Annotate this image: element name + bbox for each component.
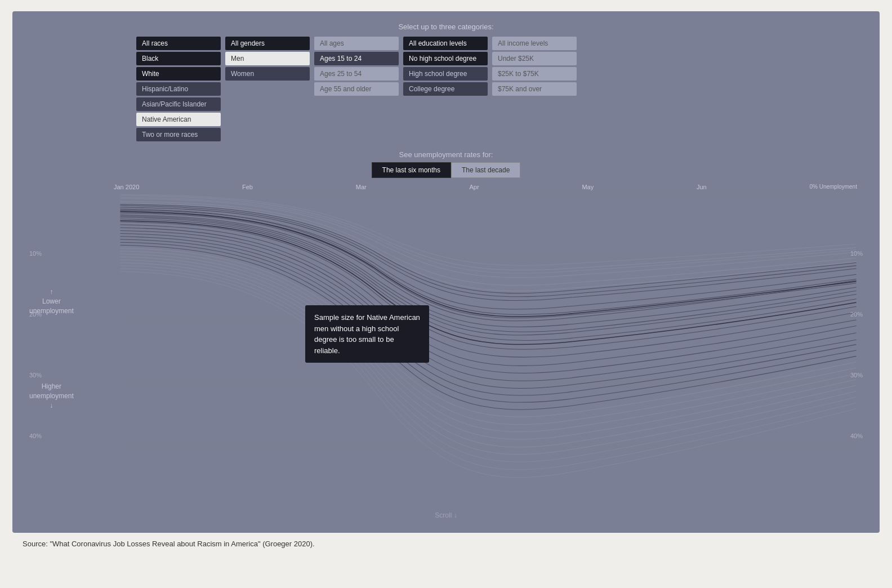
filter-age-55-older[interactable]: Age 55 and older	[314, 82, 399, 96]
chart-area: Jan 2020 Feb Mar Apr May Jun 0% Unemploy…	[24, 184, 868, 533]
main-chart-container: Select up to three categories: All races…	[12, 11, 880, 533]
svg-rect-0	[24, 193, 868, 508]
y-label-20-right: 20%	[850, 311, 863, 318]
lower-unemployment-label: Lowerunemployment	[29, 297, 74, 315]
filters-row: All races Black White Hispanic/Latino As…	[24, 37, 868, 141]
filter-col-age: All ages Ages 15 to 24 Ages 25 to 54 Age…	[314, 37, 399, 141]
filter-hs-degree[interactable]: High school degree	[403, 67, 488, 81]
filter-native-american[interactable]: Native American	[136, 113, 221, 126]
filter-col-gender: All genders Men Women	[225, 37, 310, 141]
filter-no-hs-degree[interactable]: No high school degree	[403, 52, 488, 65]
filter-all-races[interactable]: All races	[136, 37, 221, 50]
filter-college-degree[interactable]: College degree	[403, 82, 488, 96]
filter-ages-15-24[interactable]: Ages 15 to 24	[314, 52, 399, 65]
filter-asian[interactable]: Asian/Pacific Islander	[136, 97, 221, 111]
filter-hispanic[interactable]: Hispanic/Latino	[136, 82, 221, 96]
axis-desc-lower-unemployment: ↑ Lowerunemployment	[29, 287, 74, 315]
time-selector-label: See unemployment rates for:	[24, 150, 868, 159]
filter-all-ages[interactable]: All ages	[314, 37, 399, 50]
time-buttons: The last six months The last decade	[24, 162, 868, 178]
down-arrow: ↓	[50, 402, 53, 409]
source-text: Source: "What Coronavirus Job Losses Rev…	[11, 540, 881, 548]
filter-men[interactable]: Men	[225, 52, 310, 65]
x-label-feb: Feb	[242, 184, 253, 190]
filter-white[interactable]: White	[136, 67, 221, 81]
filter-women[interactable]: Women	[225, 67, 310, 81]
x-label-apr: Apr	[469, 184, 479, 190]
filter-all-genders[interactable]: All genders	[225, 37, 310, 50]
time-selector: See unemployment rates for: The last six…	[24, 150, 868, 178]
filter-ages-25-54[interactable]: Ages 25 to 54	[314, 67, 399, 81]
y-label-10-right: 10%	[850, 250, 863, 257]
x-label-may: May	[582, 184, 594, 190]
x-label-jan: Jan 2020	[114, 184, 139, 190]
filter-all-income[interactable]: All income levels	[492, 37, 577, 50]
btn-last-decade[interactable]: The last decade	[451, 162, 520, 178]
y-label-40-left: 40%	[29, 433, 42, 439]
filter-two-or-more[interactable]: Two or more races	[136, 128, 221, 141]
axis-desc-higher-unemployment: Higherunemployment ↓	[29, 382, 74, 410]
chart-svg	[24, 193, 868, 508]
tooltip: Sample size for Native American men with…	[305, 305, 429, 363]
zero-label: 0% Unemployment	[809, 184, 857, 190]
filter-75k-over[interactable]: $75K and over	[492, 82, 577, 96]
x-label-mar: Mar	[356, 184, 367, 190]
filter-25k-75k[interactable]: $25K to $75K	[492, 67, 577, 81]
x-label-jun: Jun	[697, 184, 707, 190]
select-title: Select up to three categories:	[24, 23, 868, 31]
scroll-indicator: Scroll ↓	[24, 508, 868, 523]
tooltip-text: Sample size for Native American men with…	[314, 313, 420, 355]
filter-col-income: All income levels Under $25K $25K to $75…	[492, 37, 577, 141]
y-label-30-left: 30%	[29, 372, 42, 378]
chart-svg-container: 10% 20% 30% 40% 10% 20% 30% 40% ↑ Loweru…	[24, 193, 868, 508]
x-axis: Jan 2020 Feb Mar Apr May Jun 0% Unemploy…	[24, 184, 868, 190]
btn-last-six-months[interactable]: The last six months	[372, 162, 451, 178]
filter-col-education: All education levels No high school degr…	[403, 37, 488, 141]
y-label-40-right: 40%	[850, 433, 863, 439]
y-label-10-left: 10%	[29, 250, 42, 257]
up-arrow: ↑	[50, 288, 53, 296]
filter-black[interactable]: Black	[136, 52, 221, 65]
higher-unemployment-label: Higherunemployment	[29, 382, 74, 400]
filter-under-25k[interactable]: Under $25K	[492, 52, 577, 65]
filter-all-education[interactable]: All education levels	[403, 37, 488, 50]
filter-col-race: All races Black White Hispanic/Latino As…	[136, 37, 221, 141]
y-label-30-right: 30%	[850, 372, 863, 378]
